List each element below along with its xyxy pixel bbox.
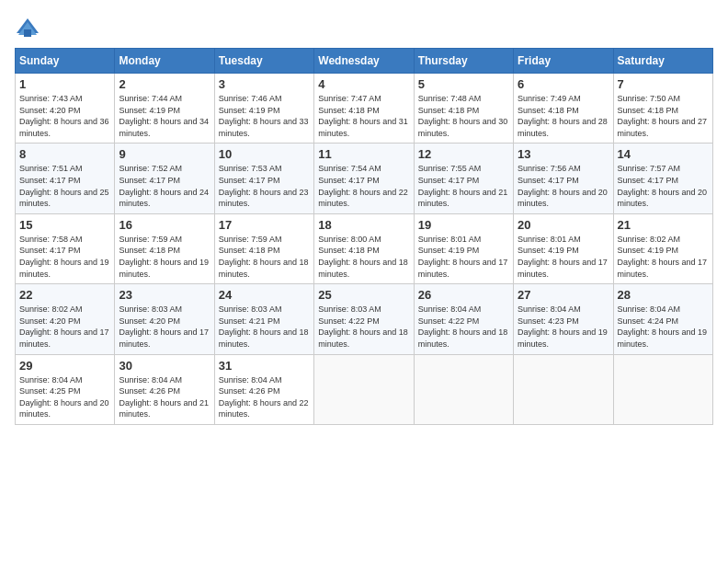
day-number: 31 <box>219 359 310 373</box>
day-number: 18 <box>318 218 409 232</box>
calendar-cell: 21 Sunrise: 8:02 AM Sunset: 4:19 PM Dayl… <box>613 213 712 283</box>
day-info: Sunrise: 7:46 AM Sunset: 4:19 PM Dayligh… <box>219 93 310 139</box>
day-info: Sunrise: 7:44 AM Sunset: 4:19 PM Dayligh… <box>119 93 210 139</box>
day-number: 16 <box>119 218 210 232</box>
day-number: 10 <box>219 147 310 161</box>
logo-icon <box>15 15 40 40</box>
calendar-cell: 10 Sunrise: 7:53 AM Sunset: 4:17 PM Dayl… <box>214 144 313 213</box>
day-number: 7 <box>618 77 709 91</box>
day-info: Sunrise: 7:52 AM Sunset: 4:17 PM Dayligh… <box>119 163 210 209</box>
day-number: 9 <box>119 147 210 161</box>
day-info: Sunrise: 8:03 AM Sunset: 4:22 PM Dayligh… <box>318 304 409 350</box>
day-number: 25 <box>318 288 409 302</box>
day-number: 26 <box>418 288 509 302</box>
calendar-cell: 9 Sunrise: 7:52 AM Sunset: 4:17 PM Dayli… <box>115 144 214 213</box>
week-row-5: 29 Sunrise: 8:04 AM Sunset: 4:25 PM Dayl… <box>16 354 713 424</box>
week-row-3: 15 Sunrise: 7:58 AM Sunset: 4:17 PM Dayl… <box>16 213 713 283</box>
day-number: 24 <box>219 288 310 302</box>
calendar-cell: 11 Sunrise: 7:54 AM Sunset: 4:17 PM Dayl… <box>314 144 414 213</box>
day-info: Sunrise: 8:02 AM Sunset: 4:19 PM Dayligh… <box>618 234 709 280</box>
week-row-4: 22 Sunrise: 8:02 AM Sunset: 4:20 PM Dayl… <box>16 284 713 354</box>
calendar-cell: 29 Sunrise: 8:04 AM Sunset: 4:25 PM Dayl… <box>16 354 115 424</box>
day-info: Sunrise: 7:59 AM Sunset: 4:18 PM Dayligh… <box>219 234 310 280</box>
calendar-cell: 4 Sunrise: 7:47 AM Sunset: 4:18 PM Dayli… <box>314 74 414 144</box>
calendar-cell: 28 Sunrise: 8:04 AM Sunset: 4:24 PM Dayl… <box>613 284 712 354</box>
day-number: 28 <box>618 288 709 302</box>
calendar-cell: 14 Sunrise: 7:57 AM Sunset: 4:17 PM Dayl… <box>613 144 712 213</box>
day-info: Sunrise: 8:02 AM Sunset: 4:20 PM Dayligh… <box>19 304 110 350</box>
col-header-wednesday: Wednesday <box>314 49 414 74</box>
calendar-cell <box>613 354 712 424</box>
calendar-cell <box>414 354 513 424</box>
calendar-cell: 27 Sunrise: 8:04 AM Sunset: 4:23 PM Dayl… <box>514 284 613 354</box>
day-info: Sunrise: 8:04 AM Sunset: 4:25 PM Dayligh… <box>19 374 110 420</box>
day-info: Sunrise: 7:47 AM Sunset: 4:18 PM Dayligh… <box>318 93 409 139</box>
page-header <box>15 15 713 40</box>
day-info: Sunrise: 8:01 AM Sunset: 4:19 PM Dayligh… <box>418 234 509 280</box>
calendar-cell: 30 Sunrise: 8:04 AM Sunset: 4:26 PM Dayl… <box>115 354 214 424</box>
day-info: Sunrise: 8:03 AM Sunset: 4:20 PM Dayligh… <box>119 304 210 350</box>
calendar-cell: 20 Sunrise: 8:01 AM Sunset: 4:19 PM Dayl… <box>514 213 613 283</box>
day-info: Sunrise: 7:51 AM Sunset: 4:17 PM Dayligh… <box>19 163 110 209</box>
day-number: 23 <box>119 288 210 302</box>
day-number: 13 <box>518 147 609 161</box>
day-number: 12 <box>418 147 509 161</box>
day-info: Sunrise: 8:04 AM Sunset: 4:22 PM Dayligh… <box>418 304 509 350</box>
day-number: 27 <box>518 288 609 302</box>
day-number: 2 <box>119 77 210 91</box>
day-number: 11 <box>318 147 409 161</box>
day-info: Sunrise: 7:54 AM Sunset: 4:17 PM Dayligh… <box>318 163 409 209</box>
calendar-cell: 25 Sunrise: 8:03 AM Sunset: 4:22 PM Dayl… <box>314 284 414 354</box>
day-number: 21 <box>618 218 709 232</box>
calendar-cell: 6 Sunrise: 7:49 AM Sunset: 4:18 PM Dayli… <box>514 74 613 144</box>
col-header-tuesday: Tuesday <box>214 49 313 74</box>
day-number: 17 <box>219 218 310 232</box>
day-number: 8 <box>19 147 110 161</box>
calendar-cell: 3 Sunrise: 7:46 AM Sunset: 4:19 PM Dayli… <box>214 74 313 144</box>
day-info: Sunrise: 7:55 AM Sunset: 4:17 PM Dayligh… <box>418 163 509 209</box>
day-info: Sunrise: 7:58 AM Sunset: 4:17 PM Dayligh… <box>19 234 110 280</box>
calendar-cell: 1 Sunrise: 7:43 AM Sunset: 4:20 PM Dayli… <box>16 74 115 144</box>
day-info: Sunrise: 8:04 AM Sunset: 4:26 PM Dayligh… <box>119 374 210 420</box>
week-row-1: 1 Sunrise: 7:43 AM Sunset: 4:20 PM Dayli… <box>16 74 713 144</box>
day-number: 3 <box>219 77 310 91</box>
calendar-cell: 19 Sunrise: 8:01 AM Sunset: 4:19 PM Dayl… <box>414 213 513 283</box>
day-number: 19 <box>418 218 509 232</box>
day-info: Sunrise: 7:43 AM Sunset: 4:20 PM Dayligh… <box>19 93 110 139</box>
calendar-cell: 18 Sunrise: 8:00 AM Sunset: 4:18 PM Dayl… <box>314 213 414 283</box>
day-info: Sunrise: 7:56 AM Sunset: 4:17 PM Dayligh… <box>518 163 609 209</box>
week-row-2: 8 Sunrise: 7:51 AM Sunset: 4:17 PM Dayli… <box>16 144 713 213</box>
calendar-cell: 2 Sunrise: 7:44 AM Sunset: 4:19 PM Dayli… <box>115 74 214 144</box>
day-number: 22 <box>19 288 110 302</box>
col-header-friday: Friday <box>514 49 613 74</box>
day-info: Sunrise: 8:04 AM Sunset: 4:23 PM Dayligh… <box>518 304 609 350</box>
calendar-cell: 16 Sunrise: 7:59 AM Sunset: 4:18 PM Dayl… <box>115 213 214 283</box>
calendar-cell: 5 Sunrise: 7:48 AM Sunset: 4:18 PM Dayli… <box>414 74 513 144</box>
day-info: Sunrise: 7:59 AM Sunset: 4:18 PM Dayligh… <box>119 234 210 280</box>
calendar-cell <box>314 354 414 424</box>
calendar-table: SundayMondayTuesdayWednesdayThursdayFrid… <box>15 48 713 425</box>
col-header-saturday: Saturday <box>613 49 712 74</box>
day-info: Sunrise: 7:50 AM Sunset: 4:18 PM Dayligh… <box>618 93 709 139</box>
day-info: Sunrise: 7:49 AM Sunset: 4:18 PM Dayligh… <box>518 93 609 139</box>
calendar-cell: 17 Sunrise: 7:59 AM Sunset: 4:18 PM Dayl… <box>214 213 313 283</box>
calendar-cell: 7 Sunrise: 7:50 AM Sunset: 4:18 PM Dayli… <box>613 74 712 144</box>
calendar-cell: 8 Sunrise: 7:51 AM Sunset: 4:17 PM Dayli… <box>16 144 115 213</box>
day-info: Sunrise: 8:01 AM Sunset: 4:19 PM Dayligh… <box>518 234 609 280</box>
day-number: 1 <box>19 77 110 91</box>
day-info: Sunrise: 8:04 AM Sunset: 4:26 PM Dayligh… <box>219 374 310 420</box>
day-number: 30 <box>119 359 210 373</box>
day-info: Sunrise: 7:57 AM Sunset: 4:17 PM Dayligh… <box>618 163 709 209</box>
day-number: 29 <box>19 359 110 373</box>
calendar-cell: 26 Sunrise: 8:04 AM Sunset: 4:22 PM Dayl… <box>414 284 513 354</box>
day-number: 4 <box>318 77 409 91</box>
day-number: 5 <box>418 77 509 91</box>
day-info: Sunrise: 7:48 AM Sunset: 4:18 PM Dayligh… <box>418 93 509 139</box>
day-info: Sunrise: 7:53 AM Sunset: 4:17 PM Dayligh… <box>219 163 310 209</box>
day-number: 14 <box>618 147 709 161</box>
calendar-cell: 15 Sunrise: 7:58 AM Sunset: 4:17 PM Dayl… <box>16 213 115 283</box>
col-header-monday: Monday <box>115 49 214 74</box>
day-number: 20 <box>518 218 609 232</box>
day-number: 15 <box>19 218 110 232</box>
day-number: 6 <box>518 77 609 91</box>
